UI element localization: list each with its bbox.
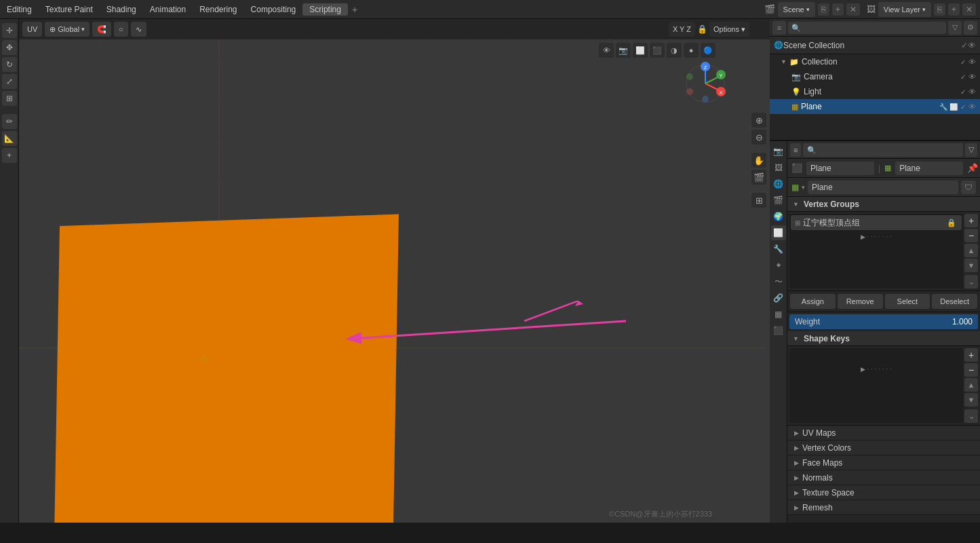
remesh-item[interactable]: ▶ Remesh [787, 500, 980, 515]
viewport-zoom-out[interactable]: ⊖ [751, 130, 766, 145]
select-button[interactable]: Select [885, 294, 930, 309]
tool-rotate[interactable]: ↻ [2, 57, 17, 72]
menu-editing[interactable]: Editing [0, 3, 39, 16]
menu-compositing[interactable]: Compositing [244, 3, 303, 16]
vg-item-row[interactable]: ⊞ 辽宁模型顶点组 🔒 [791, 215, 962, 230]
view-camera-icon[interactable]: 📷 [616, 43, 631, 58]
outliner-menu-btn[interactable]: ≡ [772, 21, 786, 35]
weight-row[interactable]: Weight 1.000 [789, 314, 978, 329]
camera-check-icon[interactable]: ✓ [960, 73, 966, 81]
texture-space-item[interactable]: ▶ Texture Space [787, 485, 980, 500]
falloff-btn[interactable]: ∿ [131, 22, 146, 37]
deselect-button[interactable]: Deselect [932, 294, 977, 309]
outliner-item-collection[interactable]: ▼ 📁 Collection ✓ 👁 [770, 54, 980, 69]
remove-view-layer-icon[interactable]: ✕ [962, 3, 976, 16]
menu-add-workspace[interactable]: + [348, 3, 361, 16]
tool-add[interactable]: + [2, 148, 17, 163]
vg-item-lock-btn[interactable]: 🔒 [945, 217, 958, 228]
vg-scroll-down-btn[interactable]: ▼ [964, 259, 978, 272]
viewport-hand-icon[interactable]: ✋ [751, 153, 766, 168]
props-tab-view-layer[interactable]: 🌐 [771, 176, 786, 191]
scene-collection-eye[interactable]: 👁 [968, 41, 976, 50]
props-menu-btn[interactable]: ≡ [790, 143, 801, 157]
tool-annotate[interactable]: ✏ [2, 114, 17, 129]
outliner-item-light[interactable]: 💡 Light ✓ 👁 [770, 84, 980, 99]
copy-view-layer-icon[interactable]: ⎘ [934, 3, 945, 16]
shape-keys-header[interactable]: ▼ Shape Keys [787, 331, 980, 346]
object-name-input[interactable] [806, 162, 874, 175]
add-view-layer-icon[interactable]: + [948, 3, 960, 16]
vg-remove-btn[interactable]: − [964, 229, 978, 242]
props-filter-btn[interactable]: ▽ [965, 143, 977, 157]
camera-eye-icon[interactable]: 👁 [968, 73, 976, 81]
shield-button[interactable]: 🛡 [961, 181, 976, 194]
tool-move[interactable]: ✥ [2, 40, 17, 55]
view-shading2-icon[interactable]: ● [684, 43, 699, 58]
menu-animation[interactable]: Animation [143, 3, 193, 16]
props-tab-object[interactable]: ⬜ [771, 225, 786, 240]
props-tab-physics[interactable]: 〜 [771, 274, 786, 289]
viewport[interactable]: UV ⊕ Global ▾ 🧲 ○ ∿ X Y Z 🔒 Options ▾ 👁 … [19, 19, 770, 523]
scene-collection-check[interactable]: ✓ [961, 41, 968, 50]
sk-expand-btn[interactable]: ⌄ [964, 409, 978, 423]
options-btn[interactable]: Options ▾ [709, 22, 749, 37]
viewport-global-btn[interactable]: ⊕ Global ▾ [45, 22, 90, 37]
pin-button[interactable]: 📌 [967, 162, 978, 175]
props-search-input[interactable] [803, 143, 963, 157]
snap-btn[interactable]: 🧲 [92, 22, 111, 37]
vg-add-btn[interactable]: + [964, 214, 978, 227]
plane-material-icon[interactable]: ⬜ [949, 103, 958, 111]
view-perspective-icon[interactable]: 👁 [599, 43, 614, 58]
props-tab-output[interactable]: 🖼 [771, 160, 786, 175]
props-tab-scene[interactable]: 🎬 [771, 193, 786, 208]
nav-gizmo[interactable]: Z X Y [682, 60, 729, 109]
viewport-zoom-in[interactable]: ⊕ [751, 113, 766, 128]
viewport-camera-btn[interactable]: 🎬 [751, 170, 766, 185]
props-tab-world[interactable]: 🌍 [771, 209, 786, 224]
view-shading1-icon[interactable]: ◑ [667, 43, 682, 58]
face-maps-item[interactable]: ▶ Face Maps [787, 455, 980, 470]
menu-texture-paint[interactable]: Texture Paint [39, 3, 100, 16]
collection-eye-icon[interactable]: 👁 [968, 58, 976, 66]
light-check-icon[interactable]: ✓ [960, 88, 966, 96]
menu-scripting[interactable]: Scripting [302, 3, 348, 16]
sk-add-btn[interactable]: + [964, 348, 978, 362]
props-tab-object-data[interactable]: ▦ [771, 307, 786, 322]
tool-cursor[interactable]: ✛ [2, 23, 17, 38]
viewport-grid-btn[interactable]: ⊞ [751, 193, 766, 208]
tool-scale[interactable]: ⤢ [2, 74, 17, 89]
props-tab-material[interactable]: ⬛ [771, 323, 786, 338]
tool-transform[interactable]: ⊞ [2, 91, 17, 106]
menu-shading[interactable]: Shading [100, 3, 143, 16]
vertex-colors-item[interactable]: ▶ Vertex Colors [787, 441, 980, 455]
view-shading3-icon[interactable]: 🔵 [701, 43, 716, 58]
remove-button[interactable]: Remove [838, 294, 883, 309]
uv-maps-item[interactable]: ▶ UV Maps [787, 426, 980, 441]
menu-rendering[interactable]: Rendering [193, 3, 243, 16]
props-tab-constraints[interactable]: 🔗 [771, 291, 786, 305]
plane-check-icon[interactable]: ✓ [960, 103, 966, 111]
outliner-filter-btn[interactable]: ▽ [948, 21, 962, 35]
vg-expand-btn[interactable]: ⌄ [964, 275, 978, 288]
outliner-settings-btn[interactable]: ⚙ [964, 21, 977, 35]
plane-modifier-icon[interactable]: 🔧 [939, 103, 947, 111]
copy-scene-icon[interactable]: ⎘ [818, 3, 829, 16]
outliner-item-plane[interactable]: ▦ Plane 🔧 ⬜ ✓ 👁 [770, 99, 980, 114]
mesh-data-name-input[interactable] [808, 181, 958, 194]
tool-measure[interactable]: 📐 [2, 131, 17, 146]
props-tab-render[interactable]: 📷 [771, 144, 786, 159]
vg-scroll-up-btn[interactable]: ▲ [964, 244, 978, 257]
props-tab-modifier[interactable]: 🔧 [771, 242, 786, 257]
remove-scene-icon[interactable]: ✕ [846, 3, 860, 16]
view-overlay-icon[interactable]: ⬛ [650, 43, 665, 58]
viewport-mode-btn[interactable]: UV [22, 22, 42, 37]
view-layer-selector[interactable]: View Layer ▾ [878, 2, 931, 17]
outliner-search-input[interactable] [788, 22, 946, 34]
normals-item[interactable]: ▶ Normals [787, 470, 980, 485]
mesh-name-input[interactable] [895, 162, 963, 175]
light-eye-icon[interactable]: 👁 [968, 88, 976, 96]
sk-scroll-down-btn[interactable]: ▼ [964, 393, 978, 407]
add-scene-icon[interactable]: + [832, 3, 844, 16]
outliner-item-camera[interactable]: 📷 Camera ✓ 👁 [770, 69, 980, 84]
assign-button[interactable]: Assign [790, 294, 836, 309]
